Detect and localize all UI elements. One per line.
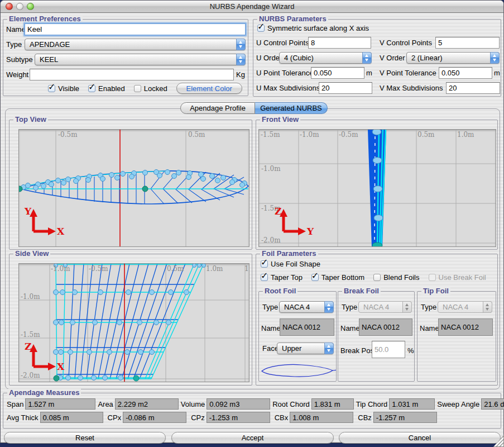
tab-generated-nurbs[interactable]: Generated NURBS xyxy=(255,102,328,114)
element-color-button[interactable]: Element Color xyxy=(176,83,242,94)
axis-indicator: Y X xyxy=(23,205,66,237)
svg-text:Z: Z xyxy=(25,341,31,352)
measure-value: 0.092 m3 xyxy=(207,398,270,410)
tip-name-label: Name xyxy=(420,323,439,334)
measures-row-2: Avg Thick0.085 m CPx-0.086 m CPz-1.253 m… xyxy=(4,412,437,423)
title-bar[interactable]: NURBS Apendage Wizard xyxy=(1,1,503,13)
measure-label: Sweep Angle xyxy=(435,400,481,408)
group-title: Top View xyxy=(13,116,48,123)
root-name-field[interactable]: NACA 0012 xyxy=(280,318,334,336)
root-foil-group: Root Foil Type NACA 4 Name NACA 0012 Fac… xyxy=(258,291,337,382)
x-tick: 1.5 xyxy=(244,265,249,272)
group-title: NURBS Parameters xyxy=(257,15,328,23)
blend-foils-checkbox[interactable] xyxy=(373,274,381,281)
break-name-field[interactable]: NACA 0012 xyxy=(359,318,412,336)
taper-row: Taper Top Taper Bottom Blend Foils Use B… xyxy=(261,273,486,282)
axis-indicator: Z Y xyxy=(273,205,316,237)
tip-name-field[interactable]: NACA 0012 xyxy=(438,318,493,336)
x-tick: -0.5m xyxy=(339,131,358,138)
break-pos-unit: % xyxy=(407,345,414,356)
weight-unit: Kg xyxy=(236,69,245,80)
stepper-icon xyxy=(324,301,334,313)
measure-value: 1.831 m xyxy=(311,398,354,410)
u-point-tolerance-input[interactable]: 0.050 xyxy=(311,67,364,79)
use-foil-shape-checkbox[interactable] xyxy=(261,260,268,268)
u-order-label: U Order xyxy=(256,53,282,64)
cancel-button[interactable]: Cancel xyxy=(339,432,501,444)
measure-value: 2.229 m2 xyxy=(115,398,179,410)
measure-label: CPx xyxy=(103,413,123,422)
root-type-select[interactable]: NACA 4 xyxy=(279,301,334,313)
root-name-label: Name xyxy=(261,323,281,334)
top-view-canvas[interactable]: -0.5m 0.5m Y X xyxy=(18,129,249,247)
taper-top-checkbox[interactable] xyxy=(261,274,268,281)
tip-foil-group: Tip Foil Type NACA 4 Name NACA 0012 xyxy=(417,291,496,382)
enabled-label: Enabled xyxy=(98,84,125,93)
type-label: Type xyxy=(6,39,22,50)
break-pos-input[interactable]: 50.0 xyxy=(372,341,405,358)
measure-value: 0.085 m xyxy=(40,412,103,423)
v-max-subdivisions-input[interactable]: 20 xyxy=(446,82,500,94)
locked-label: Locked xyxy=(144,84,167,93)
y-tick: -1.0m xyxy=(261,165,281,172)
v-max-subdivisions-label: V Max Subdivisions xyxy=(380,83,443,94)
x-tick: 1.0m xyxy=(457,131,474,138)
visible-checkbox[interactable] xyxy=(48,85,55,92)
taper-bottom-checkbox[interactable] xyxy=(311,274,319,281)
break-type-select: NACA 4 xyxy=(358,301,412,313)
v-point-tolerance-input[interactable]: 0.050 xyxy=(439,67,492,79)
x-tick: -0.5m xyxy=(58,131,78,138)
use-break-foil-label: Use Break Foil xyxy=(439,273,486,282)
u-point-tolerance-unit: m xyxy=(366,68,372,79)
v-control-points-input[interactable]: 5 xyxy=(435,37,500,49)
v-order-select[interactable]: 2 (Linear) xyxy=(406,52,500,64)
group-title: Foil Parameters xyxy=(260,250,318,258)
break-pos-label: Break Pos xyxy=(340,345,374,356)
svg-text:X: X xyxy=(57,361,65,372)
type-select[interactable]: APENDAGE xyxy=(25,39,246,50)
root-face-select[interactable]: Upper xyxy=(277,343,334,354)
y-tick: -1.5m xyxy=(21,331,40,338)
symmetric-checkbox[interactable] xyxy=(257,25,265,32)
y-tick: -2.0m xyxy=(261,237,281,244)
enabled-checkbox[interactable] xyxy=(88,85,95,92)
measure-value: 1.031 m xyxy=(389,398,435,410)
axis-indicator: Z X xyxy=(23,340,66,372)
group-title: Break Foil xyxy=(342,287,381,295)
measure-label: Tip Chord xyxy=(354,400,390,408)
measure-label: Volume xyxy=(179,400,207,408)
window-title: NURBS Apendage Wizard xyxy=(1,2,503,11)
use-break-foil-checkbox xyxy=(429,274,436,281)
taper-bottom-label: Taper Bottom xyxy=(321,273,364,282)
nurbs-parameters-group: NURBS Parameters Symmetric surface along… xyxy=(253,19,501,97)
measure-label: CBz xyxy=(353,413,373,422)
element-preferences-group: Element Preferences Name Keel Type APEND… xyxy=(3,19,248,96)
stepper-icon xyxy=(402,301,412,313)
tab-apendage-profile[interactable]: Apendage Profile xyxy=(180,102,255,114)
x-tick: 0.5m xyxy=(188,131,205,138)
u-max-subdivisions-input[interactable]: 20 xyxy=(319,82,372,94)
measures-row-1: Span1.527 m Area2.229 m2 Volume0.092 m3 … xyxy=(4,398,504,410)
front-view-canvas[interactable]: -1.5m -1.0m -0.5m 0.5m 1.0m -1.0m -1.5m … xyxy=(258,129,496,247)
weight-input[interactable] xyxy=(30,69,234,80)
tip-type-label: Type xyxy=(421,302,436,313)
break-foil-group: Break Foil Type NACA 4 Name NACA 0012 Br… xyxy=(338,291,415,382)
name-label: Name xyxy=(6,24,26,35)
u-order-select[interactable]: 4 (Cubic) xyxy=(279,52,372,64)
svg-text:Y: Y xyxy=(306,226,314,237)
name-input[interactable]: Keel xyxy=(25,23,246,35)
locked-checkbox[interactable] xyxy=(134,85,141,92)
stepper-icon xyxy=(324,343,334,354)
measure-label: Area xyxy=(95,400,114,408)
side-view-canvas[interactable]: -1.0m -0.5m 0.5m 1.0m 1.5 -1.0m -1.5m -2… xyxy=(18,263,249,382)
u-control-points-input[interactable]: 8 xyxy=(308,37,371,49)
reset-button[interactable]: Reset xyxy=(4,432,166,444)
subtype-select[interactable]: KEEL xyxy=(35,54,246,65)
group-title: Apendage Measures xyxy=(7,389,81,397)
use-foil-shape-label: Use Foil Shape xyxy=(271,260,320,268)
group-title: Root Foil xyxy=(263,287,297,295)
accept-button[interactable]: Accept xyxy=(171,432,334,444)
x-tick: 1.0m xyxy=(206,265,223,272)
measure-label: Span xyxy=(4,400,25,408)
svg-text:Z: Z xyxy=(275,206,281,217)
